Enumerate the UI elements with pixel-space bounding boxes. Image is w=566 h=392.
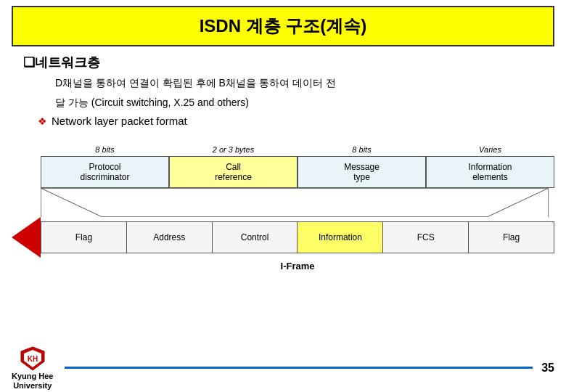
content-area: ❑네트워크층 D채널을 통하여 연결이 확립된 후에 B채널을 통하여 데이터 … xyxy=(0,46,566,127)
slide: ISDN 계층 구조(계속) ❑네트워크층 D채널을 통하여 연결이 확립된 후… xyxy=(0,6,566,392)
box-protocol: 8 bits Protocoldiscriminator xyxy=(41,145,169,188)
svg-line-3 xyxy=(487,188,549,217)
network-label: Network layer packet format xyxy=(52,115,187,127)
bits-label-0: 8 bits xyxy=(95,145,114,154)
iframe-boxes: Flag Address Control Information FCS Fla… xyxy=(41,221,554,253)
box-call: 2 or 3 bytes Callreference xyxy=(169,145,298,188)
protocol-box: Protocoldiscriminator xyxy=(41,156,169,188)
bits-label-2: 8 bits xyxy=(352,145,371,154)
footer: KH Kyung Hee University 35 xyxy=(0,346,566,391)
iframe-flag2: Flag xyxy=(469,222,554,253)
main-bullet: ❑네트워크층 xyxy=(23,54,543,71)
iframe-control: Control xyxy=(213,222,298,253)
box-message: 8 bits Messagetype xyxy=(298,145,426,188)
title-bar: ISDN 계층 구조(계속) xyxy=(12,6,554,46)
lower-row: Flag Address Control Information FCS Fla… xyxy=(12,217,554,258)
footer-divider xyxy=(65,367,533,369)
upper-row: 8 bits Protocoldiscriminator 2 or 3 byte… xyxy=(41,133,554,188)
svg-text:KH: KH xyxy=(28,355,38,363)
connector-svg xyxy=(41,188,549,217)
logo-area: KH Kyung Hee University xyxy=(12,346,53,391)
diamond-icon: ❖ xyxy=(38,115,47,127)
university-name: Kyung Hee University xyxy=(12,372,53,391)
slide-title: ISDN 계층 구조(계속) xyxy=(13,15,553,38)
message-box: Messagetype xyxy=(298,156,426,188)
university-logo: KH xyxy=(20,346,46,372)
page-number: 35 xyxy=(541,362,554,375)
svg-line-2 xyxy=(41,188,102,217)
iframe-fcs: FCS xyxy=(383,222,469,253)
bits-label-1: 2 or 3 bytes xyxy=(213,145,254,154)
iframe-flag1: Flag xyxy=(41,222,127,253)
diagram-area: 8 bits Protocoldiscriminator 2 or 3 byte… xyxy=(12,133,554,300)
box-info-elem: Varies Informationelements xyxy=(426,145,554,188)
sub-bullet-2: 달 가능 (Circuit switching, X.25 and others… xyxy=(55,95,543,110)
info-elements-box: Informationelements xyxy=(426,156,554,188)
red-arrow-icon xyxy=(12,217,41,258)
call-box: Callreference xyxy=(169,156,298,188)
iframe-information: Information xyxy=(298,222,383,253)
iframe-address: Address xyxy=(127,222,213,253)
iframe-label: I-Frame xyxy=(41,261,554,271)
sub-bullet-1: D채널을 통하여 연결이 확립된 후에 B채널을 통하여 데이터 전 xyxy=(55,75,543,91)
bits-label-3: Varies xyxy=(479,145,501,154)
network-bullet: ❖ Network layer packet format xyxy=(38,115,543,127)
